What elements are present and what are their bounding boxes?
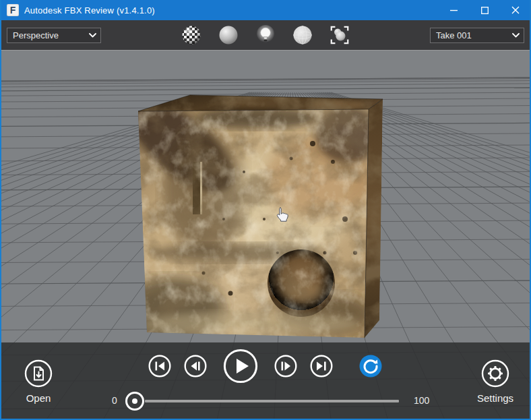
minimize-button[interactable] xyxy=(438,0,469,20)
take-select-value: Take 001 xyxy=(436,30,472,40)
maximize-icon xyxy=(481,7,489,14)
frame-all-icon[interactable] xyxy=(329,24,350,46)
go-to-start-button[interactable] xyxy=(148,355,171,378)
skip-end-icon xyxy=(317,362,326,371)
step-forward-icon xyxy=(282,362,291,371)
shaded-sphere-icon[interactable] xyxy=(218,24,239,46)
app-logo-icon: F xyxy=(7,4,19,16)
gear-icon xyxy=(488,366,503,381)
skip-start-icon xyxy=(156,362,165,371)
title-bar: F Autodesk FBX Review (v1.4.1.0) xyxy=(0,0,531,20)
viewport-3d[interactable]: Open xyxy=(1,51,530,419)
step-back-icon xyxy=(191,362,200,371)
window-title: Autodesk FBX Review (v1.4.1.0) xyxy=(24,5,438,16)
timeline-thumb[interactable] xyxy=(125,392,144,411)
step-back-button[interactable] xyxy=(184,355,207,378)
chevron-down-icon xyxy=(89,33,96,38)
open-file-icon xyxy=(34,367,43,380)
close-button[interactable] xyxy=(500,0,531,20)
playback-bar: Open xyxy=(1,342,530,419)
camera-select-value: Perspective xyxy=(13,30,59,40)
transport-controls xyxy=(148,349,383,384)
minimize-icon xyxy=(450,7,458,14)
settings-button[interactable] xyxy=(481,359,509,388)
model-cube[interactable] xyxy=(113,82,385,342)
take-select[interactable]: Take 001 xyxy=(430,28,524,43)
settings-group: Settings xyxy=(468,359,522,404)
toolbar: Perspective xyxy=(0,20,531,51)
frame-start-label: 0 xyxy=(112,395,117,406)
display-toggles xyxy=(181,24,350,46)
play-button[interactable] xyxy=(223,349,258,384)
timeline: 0 100 xyxy=(1,392,530,413)
lighting-bulb-icon[interactable] xyxy=(255,24,276,46)
wireframe-sphere-icon[interactable] xyxy=(292,24,313,46)
frame-end-label: 100 xyxy=(414,395,429,406)
go-to-end-button[interactable] xyxy=(310,355,333,378)
maximize-button[interactable] xyxy=(469,0,500,20)
chevron-down-icon xyxy=(512,33,520,38)
camera-select[interactable]: Perspective xyxy=(7,28,101,43)
play-icon xyxy=(237,359,249,373)
loop-button[interactable] xyxy=(358,354,383,378)
step-forward-button[interactable] xyxy=(274,355,297,378)
open-button[interactable] xyxy=(24,359,53,388)
timeline-track[interactable] xyxy=(145,400,399,402)
fbx-review-window: F Autodesk FBX Review (v1.4.1.0) Perspec… xyxy=(0,0,531,420)
texture-sphere-icon[interactable] xyxy=(181,24,202,46)
settings-label: Settings xyxy=(477,392,513,404)
close-icon xyxy=(511,6,520,14)
